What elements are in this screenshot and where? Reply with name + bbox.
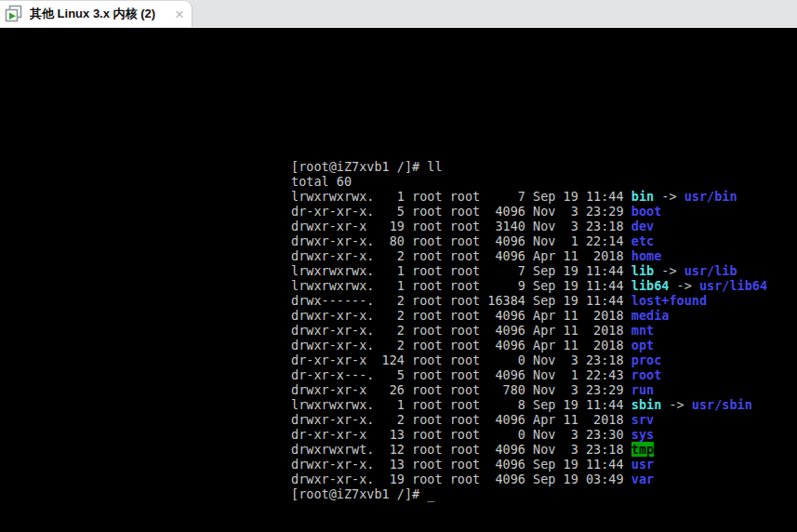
terminal-line: lrwxrwxrwx. 1 root root 7 Sep 19 11:44 b… [291,189,737,204]
terminal-output: [root@iZ7xvb1 /]# ll total 60 lrwxrwxrwx… [291,159,767,501]
terminal-text: drwx------. 2 root root 16384 Sep 19 11:… [291,293,631,308]
directory-name: media [631,308,670,323]
terminal-line: drwxr-xr-x. 2 root root 4096 Apr 11 2018… [291,308,669,323]
directory-name: usr/bin [684,189,737,204]
terminal-text: dr-xr-x---. 5 root root 4096 Nov 1 22:43 [291,367,631,382]
terminal-text: drwxr-xr-x. 2 root root 4096 Apr 11 2018 [291,338,631,352]
symlink-name: sbin [631,397,662,412]
terminal-text: -> [654,263,684,278]
tab-bar: 其他 Linux 3.x 内核 (2) × [0,0,797,28]
terminal-line: drwxr-xr-x. 80 root root 4096 Nov 1 22:1… [291,233,654,248]
terminal-line: total 60 [291,174,352,189]
terminal-line: [root@iZ7xvb1 /]# ll [291,159,443,174]
terminal-line: drwxr-xr-x 26 root root 780 Nov 3 23:29 … [291,382,654,397]
terminal-line: drwxrwxrwt. 12 root root 4096 Nov 3 23:1… [291,442,654,457]
terminal-line: drwxr-xr-x. 13 root root 4096 Sep 19 11:… [291,457,654,472]
terminal-text: drwxr-xr-x. 19 root root 4096 Sep 19 03:… [291,472,631,486]
terminal-line: dr-xr-xr-x. 5 root root 4096 Nov 3 23:29… [291,204,661,219]
terminal-line: lrwxrwxrwx. 1 root root 9 Sep 19 11:44 l… [291,278,767,293]
terminal-text: drwxr-xr-x. 2 root root 4096 Apr 11 2018 [291,412,631,427]
directory-name: usr/lib64 [699,278,767,293]
directory-name: run [631,382,654,397]
terminal-text: drwxr-xr-x. 80 root root 4096 Nov 1 22:1… [291,233,631,248]
terminal-line: drwxr-xr-x. 2 root root 4096 Apr 11 2018… [291,338,654,352]
terminal-line: drwxr-xr-x. 19 root root 4096 Sep 19 03:… [291,472,654,486]
directory-name: srv [631,412,654,427]
directory-name: usr/lib [684,263,737,278]
close-icon[interactable]: × [175,7,184,22]
directory-name: etc [631,233,654,248]
terminal-line: [root@iZ7xvb1 /]# _ [291,486,434,501]
vm-console-icon [4,4,24,24]
terminal-line: dr-xr-xr-x 124 root root 0 Nov 3 23:18 p… [291,352,661,367]
directory-name: usr [631,457,654,472]
terminal-text: [root@iZ7xvb1 /]# ll [291,159,443,174]
directory-name: proc [631,352,662,367]
terminal-text: lrwxrwxrwx. 1 root root 7 Sep 19 11:44 [291,189,631,204]
terminal-text: dr-xr-xr-x 13 root root 0 Nov 3 23:30 [291,427,631,442]
terminal-text: lrwxrwxrwx. 1 root root 9 Sep 19 11:44 [291,278,631,293]
directory-name: mnt [631,323,654,338]
directory-name: boot [631,204,662,219]
terminal-line: drwx------. 2 root root 16384 Sep 19 11:… [291,293,707,308]
directory-name: usr/sbin [692,397,752,412]
tab-title: 其他 Linux 3.x 内核 (2) [30,6,175,22]
terminal-line: drwxr-xr-x. 2 root root 4096 Apr 11 2018… [291,323,654,338]
directory-name: lost+found [631,293,707,308]
terminal-text: -> [669,278,699,293]
terminal-text: -> [654,189,684,204]
terminal-text: drwxr-xr-x. 2 root root 4096 Apr 11 2018 [291,308,631,323]
terminal-screen[interactable]: [root@iZ7xvb1 /]# ll total 60 lrwxrwxrwx… [0,28,797,532]
terminal-line: dr-xr-xr-x 13 root root 0 Nov 3 23:30 sy… [291,427,654,442]
terminal-text: drwxr-xr-x 19 root root 3140 Nov 3 23:18 [291,219,631,233]
terminal-line: dr-xr-x---. 5 root root 4096 Nov 1 22:43… [291,367,661,382]
tmp-highlighted-name: tmp [631,442,654,457]
terminal-text: total 60 [291,174,352,189]
terminal-text: dr-xr-xr-x. 5 root root 4096 Nov 3 23:29 [291,204,631,219]
terminal-text: drwxr-xr-x. 2 root root 4096 Apr 11 2018 [291,323,631,338]
terminal-text: drwxr-xr-x 26 root root 780 Nov 3 23:29 [291,382,631,397]
terminal-cursor: _ [427,486,434,501]
terminal-line: lrwxrwxrwx. 1 root root 7 Sep 19 11:44 l… [291,263,737,278]
terminal-text: lrwxrwxrwx. 1 root root 8 Sep 19 11:44 [291,397,631,412]
directory-name: var [631,472,654,486]
directory-name: dev [631,219,654,233]
terminal-line: drwxr-xr-x. 2 root root 4096 Apr 11 2018… [291,412,654,427]
terminal-text: drwxr-xr-x. 2 root root 4096 Apr 11 2018 [291,248,631,263]
terminal-line: drwxr-xr-x. 2 root root 4096 Apr 11 2018… [291,248,661,263]
terminal-text: -> [661,397,692,412]
symlink-name: bin [631,189,654,204]
terminal-text: [root@iZ7xvb1 /]# [291,486,427,501]
directory-name: opt [631,338,654,352]
terminal-line: lrwxrwxrwx. 1 root root 8 Sep 19 11:44 s… [291,397,752,412]
terminal-line: drwxr-xr-x 19 root root 3140 Nov 3 23:18… [291,219,654,233]
terminal-text: drwxr-xr-x. 13 root root 4096 Sep 19 11:… [291,457,631,472]
directory-name: home [631,248,662,263]
directory-name: root [631,367,662,382]
symlink-name: lib64 [631,278,670,293]
terminal-text: dr-xr-xr-x 124 root root 0 Nov 3 23:18 [291,352,631,367]
terminal-text: lrwxrwxrwx. 1 root root 7 Sep 19 11:44 [291,263,631,278]
console-tab[interactable]: 其他 Linux 3.x 内核 (2) × [0,0,193,27]
directory-name: sys [631,427,654,442]
terminal-text: drwxrwxrwt. 12 root root 4096 Nov 3 23:1… [291,442,631,457]
symlink-name: lib [631,263,654,278]
